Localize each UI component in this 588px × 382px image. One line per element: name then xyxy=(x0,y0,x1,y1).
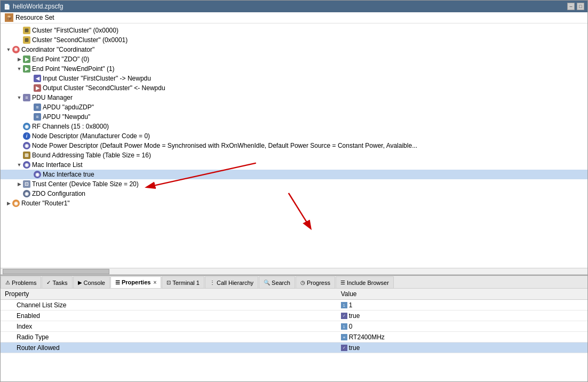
tab-progress[interactable]: ◷Progress xyxy=(296,276,335,288)
tab-label-progress: Progress xyxy=(307,280,330,286)
power-icon: ◉ xyxy=(23,142,30,149)
endpoint-icon: ▶ xyxy=(23,55,30,63)
tab-label-include-browser: Include Browser xyxy=(347,280,389,286)
tree-item-mac-list[interactable]: ▼◉Mac Interface List xyxy=(1,160,587,170)
prop-row[interactable]: Channel List Size11 xyxy=(1,300,587,311)
tab-label-tasks: Tasks xyxy=(52,280,67,286)
prop-value: ✓true xyxy=(337,311,587,321)
prop-name: Radio Type xyxy=(1,332,337,343)
maximize-button[interactable]: □ xyxy=(577,3,584,10)
bound-icon: ⊞ xyxy=(23,152,30,159)
apdu-icon: ≡ xyxy=(34,113,41,121)
tree-item-coordinator[interactable]: ▼✱Coordinator "Coordinator" xyxy=(1,45,587,54)
expand-icon-pdu-manager[interactable]: ▼ xyxy=(15,95,23,100)
tree-label-trust: Trust Center (Device Table Size = 20) xyxy=(32,180,139,188)
pdu-icon: ≡ xyxy=(23,94,30,101)
expand-icon-endpoint-new[interactable]: ▼ xyxy=(15,66,23,71)
prop-row[interactable]: Enabled✓true xyxy=(1,311,587,321)
tab-icon-console: ▶ xyxy=(78,280,82,285)
tree-item-node-desc[interactable]: iNode Descriptor (Manufacturer Code = 0) xyxy=(1,131,587,141)
tree-label-input-cluster: Input Cluster "FirstCluster" -> Newpdu xyxy=(43,75,151,82)
expand-icon-router[interactable]: ▶ xyxy=(5,201,12,206)
main-window: 📄 helloWorld.zpscfg – □ 📦 Resource Set ⊞… xyxy=(0,0,588,382)
tree-item-node-power[interactable]: ◉Node Power Descriptor (Default Power Mo… xyxy=(1,141,587,150)
tab-label-terminal1: Terminal 1 xyxy=(172,280,200,286)
tab-label-properties: Properties xyxy=(122,279,150,285)
tree-content[interactable]: ⊞Cluster "FirstCluster" (0x0000)⊞Cluster… xyxy=(1,23,587,268)
tab-console[interactable]: ▶Console xyxy=(73,276,110,288)
tab-properties[interactable]: ☰Properties× xyxy=(110,276,161,288)
expand-icon-mac-list[interactable]: ▼ xyxy=(15,162,23,168)
tab-icon-terminal1: ⊡ xyxy=(166,280,171,285)
zdo-icon: ◉ xyxy=(23,190,30,197)
tab-search[interactable]: 🔍Search xyxy=(259,276,295,288)
tree-item-input-cluster[interactable]: ◀Input Cluster "FirstCluster" -> Newpdu xyxy=(1,74,587,83)
minimize-button[interactable]: – xyxy=(567,3,575,10)
prop-name: Index xyxy=(1,321,337,332)
tab-tasks[interactable]: ✓Tasks xyxy=(42,276,72,288)
tree-item-apdu-newpdu[interactable]: ≡APDU "Newpdu" xyxy=(1,112,587,122)
resource-set-label: Resource Set xyxy=(15,14,54,21)
tree-item-endpoint-new[interactable]: ▼▶End Point "NewEndPoint" (1) xyxy=(1,64,587,74)
input-icon: ◀ xyxy=(34,75,41,82)
col-value: Value xyxy=(337,289,587,300)
tree-label-zdo-config: ZDO Configuration xyxy=(32,190,85,197)
expand-icon-coordinator[interactable]: ▼ xyxy=(5,47,12,52)
tree-label-mac-iface: Mac Interface true xyxy=(43,171,94,178)
h-scrollbar-thumb[interactable] xyxy=(3,269,109,274)
tree-item-mac-iface[interactable]: ◉Mac Interface true xyxy=(1,170,587,179)
expand-icon-trust[interactable]: ▶ xyxy=(15,181,23,187)
tree-item-rf-channels[interactable]: ◉RF Channels (15 : 0x8000) xyxy=(1,122,587,131)
tree-item-bound-addr[interactable]: ⊞Bound Addressing Table (Table Size = 16… xyxy=(1,150,587,160)
h-scrollbar[interactable] xyxy=(1,268,587,274)
resource-set-header: 📦 Resource Set xyxy=(1,12,587,23)
tab-include-browser[interactable]: ☰Include Browser xyxy=(336,276,394,288)
prop-name: Channel List Size xyxy=(1,300,337,311)
tab-icon-search: 🔍 xyxy=(264,280,270,285)
coordinator-icon: ✱ xyxy=(12,46,20,53)
tab-bar: ⚠Problems✓Tasks▶Console☰Properties×⊡Term… xyxy=(1,276,587,289)
tab-icon-progress: ◷ xyxy=(300,280,305,285)
prop-value: ≡RT2400MHz xyxy=(337,332,587,343)
tree-item-zdo-config[interactable]: ◉ZDO Configuration xyxy=(1,189,587,198)
tree-label-bound-addr: Bound Addressing Table (Table Size = 16) xyxy=(32,152,151,159)
cluster-icon: ⊞ xyxy=(23,27,30,34)
tree-item-pdu-manager[interactable]: ▼≡PDU Manager xyxy=(1,93,587,102)
tree-item-output-cluster[interactable]: ▶Output Cluster "SecondCluster" <- Newpd… xyxy=(1,83,587,93)
tab-label-call-hierarchy: Call Hierarchy xyxy=(217,280,253,286)
window-icon: 📄 xyxy=(4,4,10,10)
tab-label-problems: Problems xyxy=(12,280,36,286)
tree-label-coordinator: Coordinator "Coordinator" xyxy=(21,46,94,53)
tab-icon-include-browser: ☰ xyxy=(340,280,345,285)
prop-value: ✓true xyxy=(337,343,587,353)
prop-row[interactable]: Radio Type≡RT2400MHz xyxy=(1,332,587,343)
val-text: 1 xyxy=(349,301,353,309)
properties-panel: Property Value Channel List Size11Enable… xyxy=(1,289,587,381)
tab-icon-tasks: ✓ xyxy=(46,280,51,285)
tree-label-node-power: Node Power Descriptor (Default Power Mod… xyxy=(32,142,417,149)
tree-item-cluster1[interactable]: ⊞Cluster "FirstCluster" (0x0000) xyxy=(1,26,587,35)
expand-icon-endpoint-zdo[interactable]: ▶ xyxy=(15,57,23,62)
tree-item-trust[interactable]: ▶⊡Trust Center (Device Table Size = 20) xyxy=(1,179,587,189)
prop-row[interactable]: Router Allowed✓true xyxy=(1,343,587,353)
prop-name: Enabled xyxy=(1,311,337,321)
tree-label-rf-channels: RF Channels (15 : 0x8000) xyxy=(32,123,109,130)
router-icon: ◉ xyxy=(12,200,20,207)
tab-close-properties[interactable]: × xyxy=(153,280,156,285)
apdu-icon: ≡ xyxy=(34,104,41,111)
val-text: RT2400MHz xyxy=(349,333,385,341)
prop-value: 11 xyxy=(337,300,587,311)
tree-item-cluster2[interactable]: ⊞Cluster "SecondCluster" (0x0001) xyxy=(1,35,587,45)
tree-label-node-desc: Node Descriptor (Manufacturer Code = 0) xyxy=(32,132,150,140)
tree-item-router[interactable]: ▶◉Router "Router1" xyxy=(1,198,587,208)
val-text: true xyxy=(349,344,360,352)
tab-call-hierarchy[interactable]: ⋮Call Hierarchy xyxy=(205,276,258,288)
prop-value: 10 xyxy=(337,321,587,332)
tree-item-apdu-zdp[interactable]: ≡APDU "apduZDP" xyxy=(1,102,587,112)
rf-icon: ◉ xyxy=(23,123,30,130)
properties-table: Property Value Channel List Size11Enable… xyxy=(1,289,587,353)
prop-row[interactable]: Index10 xyxy=(1,321,587,332)
tree-item-endpoint-zdo[interactable]: ▶▶End Point "ZDO" (0) xyxy=(1,54,587,64)
tab-problems[interactable]: ⚠Problems xyxy=(1,276,41,288)
tab-terminal1[interactable]: ⊡Terminal 1 xyxy=(162,276,204,288)
